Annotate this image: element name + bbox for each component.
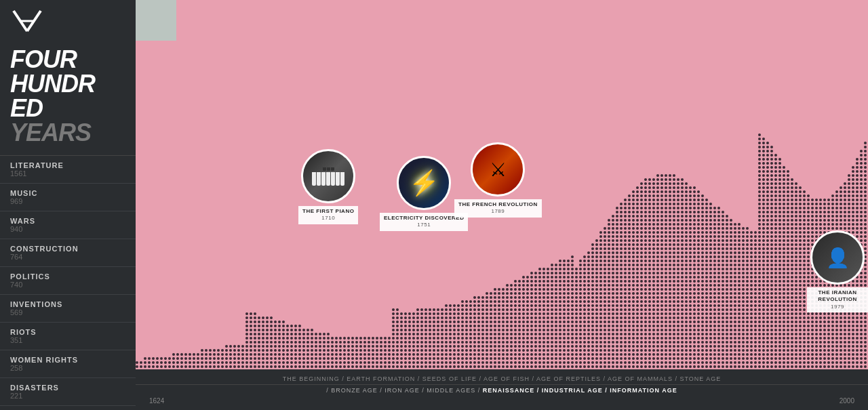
iran-image: 👤: [810, 230, 865, 285]
lightning-image: ⚡: [397, 156, 451, 210]
category-item-women-rights[interactable]: WOMEN RIGHTS 258: [0, 350, 136, 378]
category-name: DISASTERS: [10, 384, 125, 392]
event-piano[interactable]: THE FIRST PIANO1710: [298, 149, 358, 224]
eras-normal: / BRONZE AGE / IRON AGE / MIDDLE AGES /: [326, 387, 480, 394]
logo-area: [0, 0, 136, 41]
category-name: LITERATURE: [10, 161, 125, 169]
app-title-line1: FOUR: [10, 47, 125, 72]
year-start: 1624: [149, 397, 164, 405]
visualization-area: THE FIRST PIANO1710 ⚡ ELECTRICITY DISCOV…: [136, 0, 868, 369]
event-label: THE IRANIAN REVOLUTION1979: [807, 287, 868, 312]
title-area: FOUR HUNDR ED YEARS: [0, 41, 136, 156]
year-labels: 1624 2000: [136, 396, 868, 406]
category-count: 258: [10, 364, 125, 372]
category-item-art[interactable]: ART 175: [0, 406, 136, 410]
category-item-inventions[interactable]: INVENTIONS 569: [0, 295, 136, 323]
category-name: INVENTIONS: [10, 300, 125, 308]
event-year: 1789: [491, 208, 505, 214]
iran-icon: 👤: [826, 247, 850, 269]
app-logo: [10, 7, 44, 35]
category-count: 740: [10, 281, 125, 289]
timeline-area: THE BEGINNING / EARTH FORMATION / SEEDS …: [136, 369, 868, 410]
category-name: WARS: [10, 217, 125, 225]
event-iranian-revolution[interactable]: 👤 THE IRANIAN REVOLUTION1979: [807, 230, 868, 312]
app-title-years: YEARS: [10, 121, 125, 145]
category-item-politics[interactable]: POLITICS 740: [0, 267, 136, 295]
category-list: LITERATURE 1561 MUSIC 969 WARS 940 CONST…: [0, 156, 136, 410]
revolution-image: ⚔: [471, 142, 525, 197]
category-item-disasters[interactable]: DISASTERS 221: [0, 378, 136, 406]
category-name: CONSTRUCTION: [10, 245, 125, 253]
category-item-wars[interactable]: WARS 940: [0, 211, 136, 239]
category-name: POLITICS: [10, 272, 125, 281]
app-title-line2: HUNDR: [10, 72, 125, 96]
category-count: 764: [10, 253, 125, 261]
category-item-riots[interactable]: RIOTS 351: [0, 323, 136, 350]
app-title-line3: ED: [10, 96, 125, 121]
event-year: 1751: [417, 222, 431, 228]
category-item-music[interactable]: MUSIC 969: [0, 184, 136, 211]
sidebar: FOUR HUNDR ED YEARS LITERATURE 1561 MUSI…: [0, 0, 136, 410]
event-year: 1979: [831, 304, 844, 310]
event-french-revolution[interactable]: ⚔ THE FRENCH REVOLUTION1789: [454, 142, 542, 218]
category-item-construction[interactable]: CONSTRUCTION 764: [0, 239, 136, 267]
category-item-literature[interactable]: LITERATURE 1561: [0, 156, 136, 184]
mint-accent: [136, 0, 176, 41]
year-end: 2000: [840, 397, 854, 405]
eras-bold: RENAISSANCE / INDUSTRIAL AGE / INFORMATI…: [483, 387, 677, 394]
event-label: THE FRENCH REVOLUTION1789: [454, 199, 542, 218]
category-count: 940: [10, 225, 125, 233]
eras-modern: / BRONZE AGE / IRON AGE / MIDDLE AGES / …: [136, 385, 868, 396]
category-count: 221: [10, 392, 125, 400]
category-name: RIOTS: [10, 328, 125, 336]
category-name: WOMEN RIGHTS: [10, 356, 125, 364]
lightning-icon: ⚡: [409, 169, 439, 197]
category-count: 569: [10, 308, 125, 316]
category-count: 969: [10, 197, 125, 205]
event-label: THE FIRST PIANO1710: [298, 206, 358, 224]
piano-image: [301, 149, 355, 203]
category-name: MUSIC: [10, 189, 125, 197]
main-content: THE FIRST PIANO1710 ⚡ ELECTRICITY DISCOV…: [136, 0, 868, 410]
category-count: 351: [10, 336, 125, 344]
event-year: 1710: [321, 215, 335, 221]
category-count: 1561: [10, 169, 125, 178]
eras-ancient: THE BEGINNING / EARTH FORMATION / SEEDS …: [136, 373, 868, 385]
revolution-icon: ⚔: [490, 159, 507, 181]
